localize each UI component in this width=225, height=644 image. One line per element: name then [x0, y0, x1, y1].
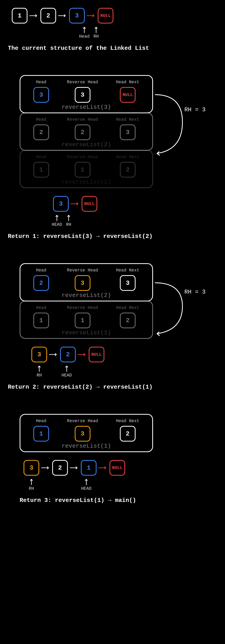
pointer-rh: RH	[33, 364, 45, 378]
caption: Return 2: reverseList(2) → reverseList(1…	[8, 384, 221, 390]
pointer-rh: RH	[90, 26, 102, 39]
frame-rl1: Head1 Reverse Head1 Head Next2 reverseLi…	[20, 301, 153, 339]
section-return-1: Head3 Reverse Head3 Head NextNULL revers…	[4, 75, 221, 240]
caption: Return 3: reverseList(1) → main()	[20, 497, 221, 504]
node-null: NULL	[98, 8, 113, 24]
mini-linked-list: 3 NULL HEAD RH	[53, 196, 221, 227]
curve-arrow-icon	[153, 87, 192, 157]
section-return-2: Head2 Reverse Head3 Head Next3 reverseLi…	[4, 263, 221, 390]
arrow-icon	[86, 15, 96, 16]
stack-frames: Head2 Reverse Head3 Head Next3 reverseLi…	[20, 263, 221, 339]
frame-rl2: Head2 Reverse Head3 Head Next3 reverseLi…	[20, 263, 153, 302]
mini-node-2: 2	[52, 460, 68, 476]
pointer-head: HEAD	[51, 214, 63, 227]
pointer-rh: RH	[63, 214, 75, 227]
frame-rl2: Head2 Reverse Head2 Head Next3 reverseLi…	[20, 112, 153, 151]
arrow-icon	[41, 468, 51, 468]
caption: Return 1: reverseList(3) → reverseList(2…	[8, 233, 221, 240]
arrow-icon	[69, 468, 79, 468]
node-2: 2	[40, 8, 56, 24]
node-1: 1	[12, 8, 28, 24]
mini-node-null: NULL	[89, 347, 104, 362]
arrow-icon	[98, 468, 108, 468]
pointer-rh: RH	[26, 478, 37, 491]
side-label: RH = 3	[184, 106, 205, 113]
mini-node-null: NULL	[82, 196, 97, 212]
mini-linked-list: 3 2 NULL RH HEAD	[31, 347, 221, 378]
frame-rl3: Head3 Reverse Head3 Head NextNULL revers…	[20, 75, 153, 113]
arrow-icon	[70, 204, 80, 204]
arrow-icon	[29, 15, 39, 16]
frame-rl1: Head1 Reverse Head3 Head Next2 reverseLi…	[20, 414, 153, 452]
pointer-head: HEAD	[80, 478, 92, 491]
arrow-icon	[58, 15, 68, 16]
mini-linked-list: 3 2 1 NULL RH HEAD	[24, 460, 221, 491]
side-label: RH = 3	[184, 289, 205, 295]
section-initial-structure: 1 2 3 NULL Head RH The current structure…	[4, 8, 221, 52]
mini-node-1: 1	[81, 460, 97, 476]
curve-arrow-icon	[153, 275, 192, 338]
mini-node-null: NULL	[109, 460, 125, 476]
pointer-head: Head	[79, 26, 90, 39]
section-return-3: Head1 Reverse Head3 Head Next2 reverseLi…	[4, 414, 221, 504]
node-3: 3	[69, 8, 85, 24]
frame-rl1: Head1 Reverse Head1 Head Next2 reverseLi…	[20, 150, 153, 188]
caption: The current structure of the Linked List	[8, 45, 221, 52]
pointer-head: HEAD	[61, 364, 73, 378]
mini-node-2: 2	[60, 347, 76, 362]
arrow-icon	[49, 354, 59, 355]
arrow-icon	[77, 354, 87, 355]
stack-frames: Head3 Reverse Head3 Head NextNULL revers…	[20, 75, 221, 188]
linked-list-row: 1 2 3 NULL	[12, 8, 221, 24]
mini-node-3: 3	[53, 196, 69, 212]
mini-node-3: 3	[24, 460, 39, 476]
mini-node-3: 3	[31, 347, 47, 362]
stack-frames: Head1 Reverse Head3 Head Next2 reverseLi…	[20, 414, 221, 452]
pointer-row: Head RH	[79, 26, 221, 39]
